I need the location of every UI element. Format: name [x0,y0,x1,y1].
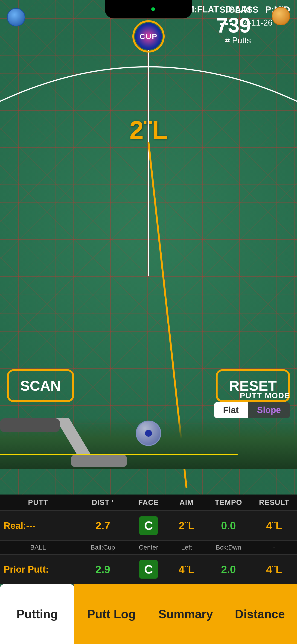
aim-reading: 2¨L [130,115,168,144]
table-header: PUTT DIST ′ FACE AIM TEMPO RESULT [0,494,297,511]
putt-mode-panel: PUTT MODE Flat Slope [214,391,290,418]
prior-face: C [130,555,168,584]
flat-mode-button[interactable]: Flat [214,402,248,418]
orange-circle-icon[interactable] [272,7,290,25]
ball-col-putt: BALL [0,540,76,554]
putt-mode-toggle: Flat Slope [214,402,290,418]
top-right-labels: M:FLAT D:AIM 739 # Putts [187,4,251,45]
scan-button[interactable]: SCAN [7,369,74,402]
svg-rect-2 [71,455,127,467]
prior-face-value: C [139,560,158,578]
scan-button-container: SCAN [7,369,74,402]
cup-inner: CUP [135,23,162,50]
prior-result: 4¨L [252,558,297,580]
ball-col-aim: Left [168,540,206,554]
col-dist-header: DIST ′ [76,494,130,510]
putts-number: 739 [216,15,251,36]
col-face-header: FACE [130,494,168,510]
prior-dist: 2.9 [76,558,130,580]
real-row: Real:--- 2.7 C 2¨L 0.0 4¨L [0,511,297,540]
notch [105,0,192,18]
col-result-header: RESULT [252,494,297,510]
prior-tempo: 2.0 [206,558,251,580]
real-face: C [130,511,168,540]
ball-col-face: Center [130,540,168,554]
ball-sub-header: BALL Ball:Cup Center Left Bck:Dwn - [0,540,297,555]
nav-distance[interactable]: Distance [223,584,297,644]
real-dist: 2.7 [76,515,130,536]
white-vertical-line [148,46,149,276]
nav-putting[interactable]: Putting [0,584,74,644]
nav-summary[interactable]: Summary [148,584,223,644]
ball-col-tempo: Bck:Dwn [206,540,251,554]
ball-col-dist: Ball:Cup [76,540,130,554]
real-tempo: 0.0 [206,515,251,536]
real-result: 4¨L [252,515,297,536]
notch-dot [151,7,155,11]
ball-col-result: - [252,540,297,554]
prior-row-label: Prior Putt: [0,560,76,579]
slope-mode-button[interactable]: Slope [248,402,290,418]
blue-circle-icon[interactable] [7,8,25,26]
cup-text: CUP [140,32,158,41]
col-tempo-header: TEMPO [206,494,251,510]
real-face-value: C [139,516,158,535]
putt-mode-label: PUTT MODE [240,391,290,400]
col-putt-header: PUTT [0,494,76,510]
bottom-nav: Putting Putt Log Summary Distance [0,584,297,644]
col-aim-header: AIM [168,494,206,510]
prior-aim: 4¨L [168,558,206,580]
real-aim: 2¨L [168,515,206,536]
data-table: PUTT DIST ′ FACE AIM TEMPO RESULT Real:-… [0,494,297,584]
ball-circle [136,420,161,446]
aim-value: 2¨L [130,116,168,144]
cup-circle: CUP [132,20,164,52]
svg-rect-3 [0,418,60,432]
d-aim-label: D:AIM [226,4,251,14]
cup-container: CUP [132,20,164,52]
ball-inner-dot [145,430,152,437]
putts-label: # Putts [225,36,251,45]
yellow-horizontal-line [0,454,238,455]
prior-row: Prior Putt: 2.9 C 4¨L 2.0 4¨L [0,555,297,584]
real-row-label: Real:--- [0,516,76,536]
nav-putt-log[interactable]: Putt Log [74,584,149,644]
